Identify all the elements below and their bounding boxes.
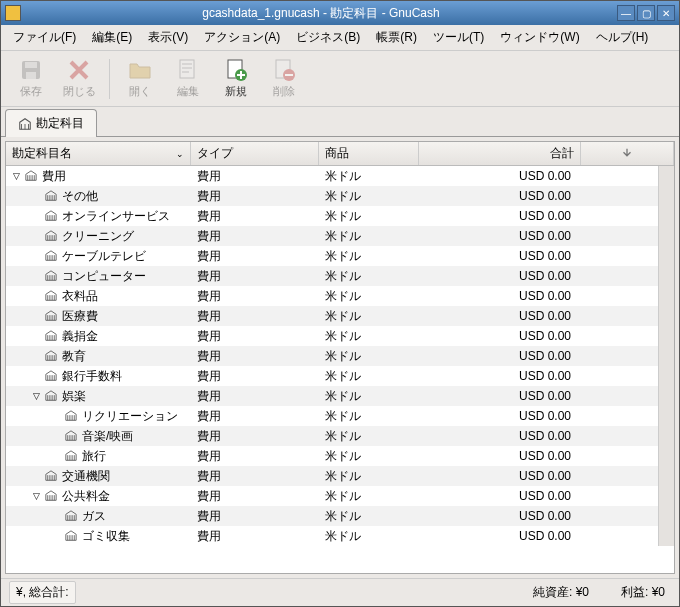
account-name-label: 費用 bbox=[42, 168, 66, 185]
table-row[interactable]: 衣料品費用米ドルUSD 0.00 bbox=[6, 286, 658, 306]
menu-reports[interactable]: 帳票(R) bbox=[368, 26, 425, 49]
cell-total: USD 0.00 bbox=[419, 386, 577, 406]
cell-total: USD 0.00 bbox=[419, 526, 577, 546]
table-row[interactable]: 銀行手数料費用米ドルUSD 0.00 bbox=[6, 366, 658, 386]
status-grand-total[interactable]: ¥, 総合計: bbox=[9, 581, 76, 604]
cell-type: 費用 bbox=[191, 266, 319, 286]
chevron-down-icon: ⌄ bbox=[176, 149, 184, 159]
maximize-button[interactable]: ▢ bbox=[637, 5, 655, 21]
account-name-label: 銀行手数料 bbox=[62, 368, 122, 385]
menu-help[interactable]: ヘルプ(H) bbox=[588, 26, 657, 49]
account-icon bbox=[44, 230, 58, 242]
save-icon bbox=[19, 58, 43, 82]
tab-label: 勘定科目 bbox=[36, 115, 84, 132]
account-name-cell[interactable]: ▽公共料金 bbox=[6, 486, 191, 506]
expander-icon[interactable]: ▽ bbox=[30, 491, 42, 501]
table-row[interactable]: ゴミ収集費用米ドルUSD 0.00 bbox=[6, 526, 658, 546]
table-row[interactable]: クリーニング費用米ドルUSD 0.00 bbox=[6, 226, 658, 246]
cell-total: USD 0.00 bbox=[419, 166, 577, 186]
account-name-cell[interactable]: 旅行 bbox=[6, 446, 191, 466]
account-name-cell[interactable]: 音楽/映画 bbox=[6, 426, 191, 446]
header-type[interactable]: タイプ bbox=[191, 142, 319, 165]
minimize-button[interactable]: — bbox=[617, 5, 635, 21]
header-commodity[interactable]: 商品 bbox=[319, 142, 419, 165]
account-name-cell[interactable]: クリーニング bbox=[6, 226, 191, 246]
table-row[interactable]: 義捐金費用米ドルUSD 0.00 bbox=[6, 326, 658, 346]
cell-type: 費用 bbox=[191, 366, 319, 386]
tree-body[interactable]: ▽費用費用米ドルUSD 0.00その他費用米ドルUSD 0.00オンラインサービ… bbox=[6, 166, 658, 546]
menu-file[interactable]: ファイル(F) bbox=[5, 26, 84, 49]
table-row[interactable]: ▽公共料金費用米ドルUSD 0.00 bbox=[6, 486, 658, 506]
menu-edit[interactable]: 編集(E) bbox=[84, 26, 140, 49]
account-name-cell[interactable]: その他 bbox=[6, 186, 191, 206]
account-name-cell[interactable]: ガス bbox=[6, 506, 191, 526]
table-row[interactable]: オンラインサービス費用米ドルUSD 0.00 bbox=[6, 206, 658, 226]
header-options[interactable] bbox=[581, 142, 674, 165]
table-row[interactable]: リクリエーション費用米ドルUSD 0.00 bbox=[6, 406, 658, 426]
header-total[interactable]: 合計 bbox=[419, 142, 581, 165]
account-name-cell[interactable]: 銀行手数料 bbox=[6, 366, 191, 386]
table-row[interactable]: コンピューター費用米ドルUSD 0.00 bbox=[6, 266, 658, 286]
account-name-label: コンピューター bbox=[62, 268, 146, 285]
edit-icon bbox=[176, 58, 200, 82]
menu-view[interactable]: 表示(V) bbox=[140, 26, 196, 49]
table-row[interactable]: ガス費用米ドルUSD 0.00 bbox=[6, 506, 658, 526]
account-name-cell[interactable]: ▽費用 bbox=[6, 166, 191, 186]
accounts-tree-view: 勘定科目名⌄ タイプ 商品 合計 ▽費用費用米ドルUSD 0.00その他費用米ド… bbox=[5, 141, 675, 574]
cell-type: 費用 bbox=[191, 246, 319, 266]
account-name-label: 旅行 bbox=[82, 448, 106, 465]
account-icon bbox=[44, 190, 58, 202]
table-row[interactable]: その他費用米ドルUSD 0.00 bbox=[6, 186, 658, 206]
account-name-cell[interactable]: コンピューター bbox=[6, 266, 191, 286]
account-name-label: 交通機関 bbox=[62, 468, 110, 485]
cell-total: USD 0.00 bbox=[419, 246, 577, 266]
account-name-cell[interactable]: 医療費 bbox=[6, 306, 191, 326]
account-icon bbox=[44, 250, 58, 262]
cell-type: 費用 bbox=[191, 386, 319, 406]
close-window-button[interactable]: ✕ bbox=[657, 5, 675, 21]
account-name-cell[interactable]: リクリエーション bbox=[6, 406, 191, 426]
table-row[interactable]: ▽娯楽費用米ドルUSD 0.00 bbox=[6, 386, 658, 406]
table-row[interactable]: 医療費費用米ドルUSD 0.00 bbox=[6, 306, 658, 326]
table-row[interactable]: ▽費用費用米ドルUSD 0.00 bbox=[6, 166, 658, 186]
tab-accounts[interactable]: 勘定科目 bbox=[5, 109, 97, 137]
cell-type: 費用 bbox=[191, 186, 319, 206]
cell-type: 費用 bbox=[191, 526, 319, 546]
table-row[interactable]: 教育費用米ドルUSD 0.00 bbox=[6, 346, 658, 366]
account-name-cell[interactable]: ゴミ収集 bbox=[6, 526, 191, 546]
table-row[interactable]: 交通機関費用米ドルUSD 0.00 bbox=[6, 466, 658, 486]
svg-rect-2 bbox=[26, 72, 36, 79]
cell-total: USD 0.00 bbox=[419, 226, 577, 246]
account-name-label: 義捐金 bbox=[62, 328, 98, 345]
menu-actions[interactable]: アクション(A) bbox=[196, 26, 288, 49]
expander-icon[interactable]: ▽ bbox=[10, 171, 22, 181]
menu-business[interactable]: ビジネス(B) bbox=[288, 26, 368, 49]
accounts-tab-icon bbox=[18, 117, 32, 131]
account-name-cell[interactable]: 義捐金 bbox=[6, 326, 191, 346]
table-row[interactable]: 音楽/映画費用米ドルUSD 0.00 bbox=[6, 426, 658, 446]
account-name-label: クリーニング bbox=[62, 228, 134, 245]
account-icon bbox=[44, 350, 58, 362]
cell-commodity: 米ドル bbox=[319, 186, 419, 206]
account-name-cell[interactable]: 教育 bbox=[6, 346, 191, 366]
statusbar: ¥, 総合計: 純資産: ¥0 利益: ¥0 bbox=[1, 578, 679, 606]
vertical-scrollbar[interactable] bbox=[658, 166, 674, 546]
menu-tools[interactable]: ツール(T) bbox=[425, 26, 492, 49]
account-name-cell[interactable]: 交通機関 bbox=[6, 466, 191, 486]
close-button: 閉じる bbox=[57, 55, 101, 103]
new-button[interactable]: 新規 bbox=[214, 55, 258, 103]
expander-icon[interactable]: ▽ bbox=[30, 391, 42, 401]
column-options-icon bbox=[620, 147, 634, 161]
menu-windows[interactable]: ウィンドウ(W) bbox=[492, 26, 587, 49]
close-icon bbox=[67, 58, 91, 82]
account-name-cell[interactable]: オンラインサービス bbox=[6, 206, 191, 226]
table-row[interactable]: 旅行費用米ドルUSD 0.00 bbox=[6, 446, 658, 466]
header-name[interactable]: 勘定科目名⌄ bbox=[6, 142, 191, 165]
account-name-cell[interactable]: ケーブルテレビ bbox=[6, 246, 191, 266]
account-name-cell[interactable]: 衣料品 bbox=[6, 286, 191, 306]
account-name-cell[interactable]: ▽娯楽 bbox=[6, 386, 191, 406]
delete-button: 削除 bbox=[262, 55, 306, 103]
table-row[interactable]: ケーブルテレビ費用米ドルUSD 0.00 bbox=[6, 246, 658, 266]
titlebar[interactable]: gcashdata_1.gnucash - 勘定科目 - GnuCash — ▢… bbox=[1, 1, 679, 25]
account-name-label: 医療費 bbox=[62, 308, 98, 325]
